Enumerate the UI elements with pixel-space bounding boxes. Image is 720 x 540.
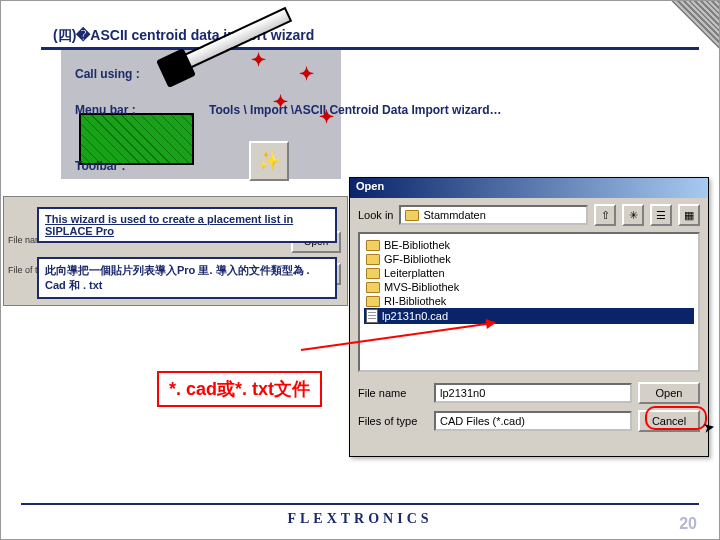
- cursor-icon: ➤: [702, 418, 717, 436]
- list-item-label: RI-Bibliothek: [384, 295, 446, 307]
- folder-icon: [366, 268, 380, 279]
- look-in-value: Stammdaten: [423, 209, 485, 221]
- open-dialog-title: Open: [350, 178, 708, 198]
- page-number: 20: [679, 515, 697, 533]
- corner-decoration: [671, 1, 719, 49]
- wizard-toolbar-button[interactable]: ✨: [249, 141, 289, 181]
- list-item[interactable]: BE-Bibliothek: [364, 238, 694, 252]
- file-type-value: CAD Files (*.cad): [440, 415, 525, 427]
- note-english: This wizard is used to create a placemen…: [37, 207, 337, 243]
- folder-icon: [366, 240, 380, 251]
- file-name-input[interactable]: lp2131n0: [434, 383, 632, 403]
- sparkle-icon: ✦: [251, 49, 266, 71]
- details-view-button[interactable]: ▦: [678, 204, 700, 226]
- look-in-combo[interactable]: Stammdaten: [399, 205, 588, 225]
- file-type-combo[interactable]: CAD Files (*.cad): [434, 411, 632, 431]
- slide: (四)�ASCII centroid data import wizard ✦ …: [0, 0, 720, 540]
- folder-icon: [366, 254, 380, 265]
- file-name-label: File name: [358, 387, 428, 399]
- list-item-label: GF-Bibliothek: [384, 253, 451, 265]
- file-type-label: Files of type: [358, 415, 428, 427]
- list-item-label: Leiterplatten: [384, 267, 445, 279]
- folder-icon: [366, 282, 380, 293]
- note-chinese: 此向導把一個貼片列表導入Pro 里. 導入的文件類型為 . Cad 和 . tx…: [37, 257, 337, 299]
- list-view-button[interactable]: ☰: [650, 204, 672, 226]
- list-item[interactable]: GF-Bibliothek: [364, 252, 694, 266]
- footer-rule: [21, 503, 699, 505]
- list-item[interactable]: Leiterplatten: [364, 266, 694, 280]
- open-dialog: Open Look in Stammdaten ⇧ ✳ ☰ ▦ BE-Bibli…: [349, 177, 709, 457]
- file-name-value: lp2131n0: [440, 387, 485, 399]
- slide-title: (四)�ASCII centroid data import wizard: [53, 27, 314, 45]
- call-using-label: Call using :: [75, 67, 140, 81]
- open-button[interactable]: Open: [638, 382, 700, 404]
- list-item-selected[interactable]: lp2131n0.cad: [364, 308, 694, 324]
- footer-brand: FLEXTRONICS: [1, 511, 719, 527]
- new-folder-button[interactable]: ✳: [622, 204, 644, 226]
- look-in-label: Look in: [358, 209, 393, 221]
- wand-sparkle-icon: ✨: [258, 150, 280, 172]
- menu-path-text: Tools \ Import \ASCII Centroid Data Impo…: [209, 103, 501, 117]
- folder-icon: [405, 210, 419, 221]
- folder-icon: [366, 296, 380, 307]
- file-type-callout: *. cad或*. txt文件: [157, 371, 322, 407]
- up-one-level-button[interactable]: ⇧: [594, 204, 616, 226]
- wizard-graphic-panel: [79, 113, 194, 165]
- list-item[interactable]: RI-Bibliothek: [364, 294, 694, 308]
- file-icon: [366, 309, 378, 323]
- list-item[interactable]: MVS-Bibliothek: [364, 280, 694, 294]
- list-item-label: lp2131n0.cad: [382, 310, 448, 322]
- menu-bar-label: Menu bar :: [75, 103, 136, 117]
- header-rule: [41, 47, 699, 50]
- list-item-label: BE-Bibliothek: [384, 239, 450, 251]
- sparkle-icon: ✦: [299, 63, 314, 85]
- cancel-button[interactable]: Cancel: [638, 410, 700, 432]
- file-list[interactable]: BE-Bibliothek GF-Bibliothek Leiterplatte…: [358, 232, 700, 372]
- list-item-label: MVS-Bibliothek: [384, 281, 459, 293]
- toolbar-label: Toolbar :: [75, 159, 125, 173]
